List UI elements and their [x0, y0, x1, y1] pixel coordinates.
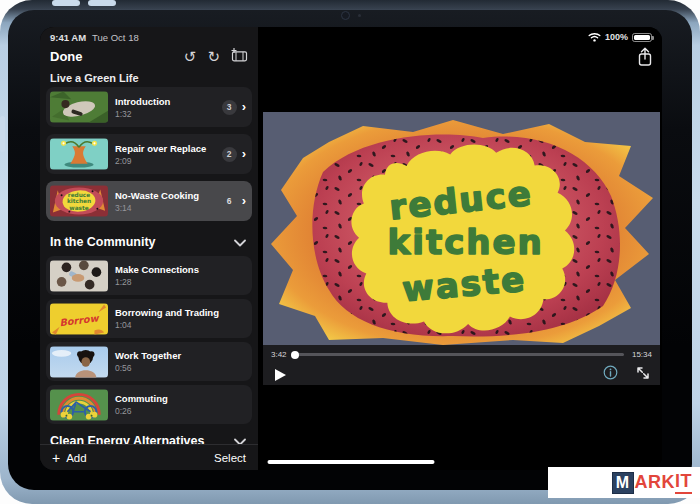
camera-sensor-dot [358, 14, 361, 17]
done-button[interactable]: Done [50, 49, 83, 64]
thumbnail-borrowing-and-trading: Borrow [50, 303, 108, 335]
seek-thumb[interactable] [291, 351, 299, 359]
status-time: 9:41 AM [50, 32, 86, 43]
row-duration: 1:04 [115, 320, 219, 330]
side-button [0, 116, 5, 152]
play-button[interactable] [275, 369, 286, 381]
select-button[interactable]: Select [214, 452, 246, 464]
sidebar: Done ↺ ↻ Live a Green Life Introduction [40, 27, 258, 470]
row-duration: 3:14 [115, 203, 199, 213]
row-duration: 2:09 [115, 156, 206, 166]
thumbnail-no-waste-cooking: reducekitchenwaste [50, 185, 108, 217]
row-title: Make Connections [115, 264, 199, 275]
row-badge: 6 [222, 194, 237, 209]
row-duration: 0:26 [115, 406, 168, 416]
row-title: Borrowing and Trading [115, 307, 219, 318]
thumbnail-introduction [50, 91, 108, 123]
video-row-repair-over-replace[interactable]: Repair over Replace 2:09 2 › [46, 134, 252, 174]
row-title: No-Waste Cooking [115, 190, 199, 201]
video-row-work-together[interactable]: Work Together 0:56 [46, 342, 252, 381]
main-area: reduce kitchen waste 3:42 15:34 [258, 27, 662, 470]
plus-icon: + [52, 451, 60, 465]
player-controls: 3:42 15:34 [263, 345, 660, 385]
info-icon [603, 365, 618, 380]
row-badge: 3 [222, 100, 237, 115]
thumbnail-repair-over-replace [50, 138, 108, 170]
video-row-make-connections[interactable]: Make Connections 1:28 [46, 256, 252, 295]
video-title-line2: kitchen [388, 222, 544, 262]
fullscreen-icon [636, 366, 650, 380]
row-duration: 0:56 [115, 363, 181, 373]
share-icon [636, 47, 654, 67]
fullscreen-button[interactable] [636, 366, 650, 384]
watermark: M ARK IT [548, 467, 700, 498]
row-badge: 2 [222, 147, 237, 162]
add-button[interactable]: + Add [52, 451, 87, 465]
sidebar-footer: + Add Select [40, 444, 258, 470]
front-camera [341, 11, 350, 20]
screenshot: 9:41 AM Tue Oct 18 100% Done ↺ ↻ [0, 0, 700, 504]
chevron-right-icon: › [242, 147, 246, 162]
chevron-right-icon: › [242, 100, 246, 115]
video-frame[interactable]: reduce kitchen waste [263, 112, 660, 345]
wifi-icon [588, 28, 601, 46]
row-duration: 1:28 [115, 277, 199, 287]
video-row-borrowing-and-trading[interactable]: Borrow Borrowing and Trading 1:04 [46, 299, 252, 338]
volume-down-button [88, 0, 116, 6]
section-title-live-a-green-life: Live a Green Life [46, 69, 252, 87]
battery-icon [632, 33, 652, 42]
volume-up-button [52, 0, 80, 6]
row-title: Commuting [115, 393, 168, 404]
total-time: 15:34 [632, 350, 652, 359]
row-duration: 1:32 [115, 109, 170, 119]
sidebar-toolbar: Done ↺ ↻ [46, 43, 252, 69]
thumbnail-make-connections [50, 260, 108, 292]
status-date: Tue Oct 18 [92, 32, 139, 43]
video-row-commuting[interactable]: Commuting 0:26 [46, 385, 252, 424]
thumbnail-work-together [50, 346, 108, 378]
row-title: Introduction [115, 96, 170, 107]
current-time: 3:42 [271, 350, 287, 359]
redo-icon[interactable]: ↻ [207, 49, 220, 64]
video-row-introduction[interactable]: Introduction 1:32 3 › [46, 87, 252, 127]
info-button[interactable] [603, 365, 618, 384]
svg-text:reduce: reduce [68, 192, 91, 198]
status-bar: 9:41 AM Tue Oct 18 100% [40, 27, 662, 43]
watermark-text: ARK [635, 472, 676, 493]
undo-icon[interactable]: ↺ [184, 49, 197, 64]
row-title: Repair over Replace [115, 143, 206, 154]
screen: 9:41 AM Tue Oct 18 100% Done ↺ ↻ [40, 27, 662, 470]
chevron-down-icon [234, 233, 246, 251]
svg-text:waste: waste [69, 205, 88, 211]
video-row-no-waste-cooking[interactable]: reducekitchenwaste No-Waste Cooking 3:14… [46, 181, 252, 221]
watermark-m-logo: M [612, 472, 634, 494]
svg-text:kitchen: kitchen [67, 198, 91, 204]
chevron-right-icon: › [242, 194, 246, 209]
thumbnail-commuting [50, 389, 108, 421]
watermark-text-underlined: IT [675, 471, 692, 494]
add-clip-icon[interactable] [231, 47, 248, 66]
seek-bar[interactable] [295, 353, 624, 356]
row-title: Work Together [115, 350, 181, 361]
section-header-in-the-community[interactable]: In the Community [46, 228, 252, 256]
home-indicator[interactable] [268, 460, 435, 465]
battery-percent: 100% [605, 32, 628, 42]
share-button[interactable] [636, 47, 654, 67]
